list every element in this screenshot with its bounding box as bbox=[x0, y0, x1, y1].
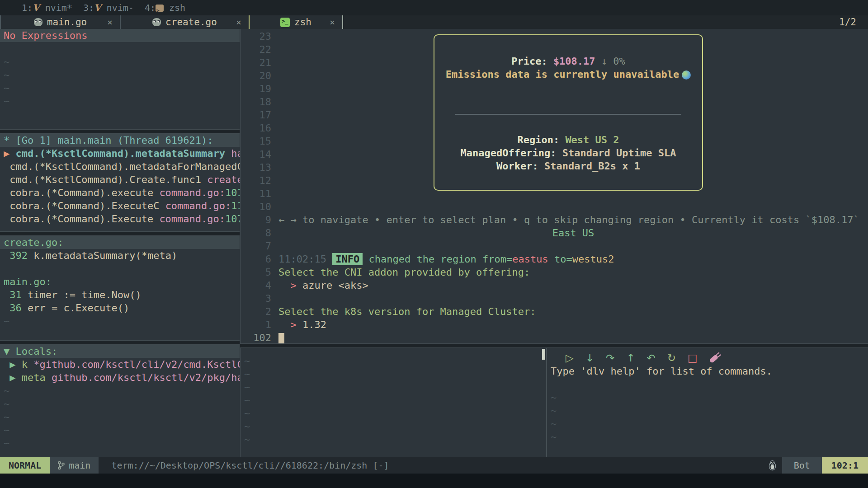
repl-line: ~ bbox=[547, 417, 868, 430]
variable-line[interactable]: ▶ k *github.com/ksctl/cli/v2/cmd.KsctlC bbox=[0, 358, 240, 371]
text-segment: command.go: bbox=[159, 187, 225, 198]
stack-frame[interactable]: cobra.(*Command).ExecuteC command.go:11 bbox=[0, 199, 240, 212]
line-number: 23 bbox=[244, 30, 278, 43]
git-branch-segment: main bbox=[50, 457, 99, 474]
stack-frame[interactable]: cmd.(*KsctlCommand).Create.func1 create bbox=[0, 173, 240, 186]
line-text bbox=[434, 81, 702, 94]
variable-line: ~ bbox=[0, 397, 240, 410]
text-segment: nvim- bbox=[101, 2, 145, 13]
line-text: 1: nvim* 3: nvim- 4: zsh bbox=[22, 0, 868, 15]
tab-zsh[interactable]: zsh × bbox=[250, 15, 342, 29]
breakpoint-line[interactable]: 392 k.metadataSummary(*meta) bbox=[0, 249, 240, 262]
plan-info-line: Price: $108.17 ↓ 0% bbox=[434, 55, 702, 68]
vim-icon bbox=[94, 0, 101, 15]
tab-close-button[interactable]: × bbox=[236, 17, 241, 28]
dap-stacks-panel: * [Go 1] main.main (Thread 619621):▶ cmd… bbox=[0, 134, 240, 231]
line-text: 31 timer := time.Now() bbox=[4, 288, 240, 301]
line-text: ~ bbox=[244, 433, 546, 446]
text-segment: > bbox=[291, 319, 303, 330]
step-back-button[interactable]: ↶ bbox=[647, 352, 656, 364]
line-text: ~ bbox=[244, 407, 546, 420]
line-text: cmd.(*KsctlCommand).metadataForManagedC bbox=[4, 160, 240, 173]
scrollbar-thumb[interactable] bbox=[542, 349, 545, 360]
os-indicator bbox=[763, 457, 782, 474]
tabline: main.go × create.go × zsh × 1/2 bbox=[0, 15, 868, 29]
restart-button[interactable]: ↻ bbox=[667, 352, 676, 364]
text-segment: ▶ bbox=[4, 148, 16, 159]
line-number: 20 bbox=[244, 69, 278, 82]
line-text: cmd.(*KsctlCommand).Create.func1 create bbox=[4, 173, 240, 186]
line-text bbox=[4, 42, 240, 55]
breakpoint-line[interactable]: 31 timer := time.Now() bbox=[0, 288, 240, 301]
text-segment: eastus bbox=[512, 253, 548, 265]
text-segment: ~ bbox=[4, 411, 9, 422]
stack-frame[interactable]: cobra.(*Command).execute command.go:101 bbox=[0, 186, 240, 199]
line-number: 21 bbox=[244, 56, 278, 69]
breakpoint-line[interactable]: create.go: bbox=[0, 236, 240, 249]
line-text: ~ bbox=[551, 391, 868, 404]
line-number: 6 bbox=[244, 253, 278, 266]
line-text: ~ bbox=[4, 397, 240, 410]
text-segment: ~ bbox=[4, 315, 9, 327]
line-text: ~ bbox=[4, 314, 240, 328]
text-segment: ManagedOffering: bbox=[461, 147, 562, 159]
console-line: ~ bbox=[241, 354, 546, 367]
line-text: Worker: Standard_B2s x 1 bbox=[434, 160, 702, 173]
line-number: 2 bbox=[244, 305, 278, 318]
tab-create-go[interactable]: create.go × bbox=[121, 15, 249, 29]
panel-separator[interactable] bbox=[0, 231, 240, 236]
step-over-button[interactable]: ↷ bbox=[606, 352, 614, 364]
mode-indicator: NORMAL bbox=[0, 457, 50, 474]
text-segment: ~ bbox=[551, 405, 557, 416]
terminal-buffer[interactable]: Price: $108.17 ↓ 0%Emissions data is cur… bbox=[240, 29, 868, 343]
cursor-position: 102:1 bbox=[822, 457, 868, 474]
plan-info-line bbox=[434, 81, 702, 94]
plan-info-line bbox=[434, 94, 702, 107]
text-segment: ▼ bbox=[4, 346, 16, 357]
line-number: 11 bbox=[244, 187, 278, 200]
watch-line: ~ bbox=[0, 68, 240, 81]
terminal-icon bbox=[156, 5, 164, 12]
tab-label: zsh bbox=[294, 17, 311, 28]
tab-close-button[interactable]: × bbox=[107, 17, 113, 28]
stack-frame[interactable]: cmd.(*KsctlCommand).metadataForManagedC bbox=[0, 160, 240, 173]
text-segment: ~ bbox=[244, 434, 250, 445]
step-out-button[interactable]: ↑ bbox=[626, 352, 635, 364]
line-text: ~ bbox=[551, 417, 868, 430]
repl-line: ~ bbox=[547, 391, 868, 404]
text-segment: ~ bbox=[244, 421, 250, 432]
terminate-button[interactable]: □ bbox=[688, 352, 698, 364]
line-number: 4 bbox=[244, 279, 278, 292]
tab-main-go[interactable]: main.go × bbox=[1, 15, 120, 29]
text-segment: ~ bbox=[244, 355, 250, 366]
play-button[interactable]: ▷ bbox=[566, 352, 574, 364]
panel-separator[interactable] bbox=[0, 129, 240, 134]
panel-separator[interactable] bbox=[0, 340, 240, 345]
breakpoint-line[interactable]: main.go: bbox=[0, 275, 240, 288]
stack-frame[interactable]: ▶ cmd.(*KsctlCommand).metadataSummary ha bbox=[0, 147, 240, 160]
tab-close-button[interactable]: × bbox=[330, 17, 335, 28]
variable-line: ~ bbox=[0, 436, 240, 450]
text-segment bbox=[4, 302, 9, 314]
step-into-button[interactable]: ↓ bbox=[585, 352, 594, 364]
text-segment: azure <aks> bbox=[302, 280, 368, 291]
line-text: ~ bbox=[4, 384, 240, 397]
watch-line bbox=[0, 42, 240, 55]
variable-line[interactable]: ▼ Locals: bbox=[0, 345, 240, 358]
line-text bbox=[278, 292, 868, 305]
text-segment: 1: bbox=[22, 2, 33, 13]
line-text: ~ bbox=[244, 380, 546, 394]
line-number: 7 bbox=[244, 239, 278, 253]
repl-line: ~ bbox=[547, 404, 868, 417]
stack-frame[interactable]: cobra.(*Command).Execute command.go:107 bbox=[0, 212, 240, 225]
text-segment: Select the CNI addon provided by offerin… bbox=[278, 267, 530, 278]
line-text: * [Go 1] main.main (Thread 619621): bbox=[4, 134, 240, 147]
window-separator-horizontal[interactable] bbox=[240, 343, 868, 348]
watch-line[interactable]: No Expressions bbox=[0, 29, 240, 42]
breakpoint-line[interactable]: 36 err = c.Execute() bbox=[0, 301, 240, 314]
variable-line[interactable]: ▶ meta github.com/ksctl/ksctl/v2/pkg/ha bbox=[0, 371, 240, 384]
disconnect-button[interactable] bbox=[709, 354, 719, 364]
console-line: ~ bbox=[241, 394, 546, 407]
text-segment: Price: bbox=[511, 56, 553, 67]
stack-frame[interactable]: * [Go 1] main.main (Thread 619621): bbox=[0, 134, 240, 147]
